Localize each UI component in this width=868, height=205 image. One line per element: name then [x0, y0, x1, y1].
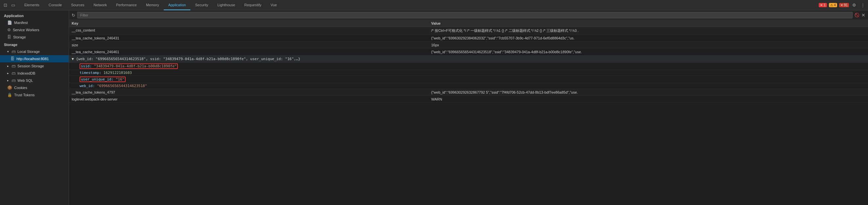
expanded-detail-cell: user_unique_id: "16" — [69, 76, 868, 83]
tab-lighthouse[interactable]: Lighthouse — [213, 0, 240, 10]
local-storage-expand-icon: ▾ — [7, 50, 9, 53]
tab-memory[interactable]: Memory — [142, 0, 164, 10]
key-column-header: Key — [69, 20, 429, 27]
service-workers-label: Service Workers — [13, 28, 39, 32]
table-cell-value: {"web_id":"699665656544314623518","ssid"… — [429, 48, 868, 56]
expanded-summary-cell: ▼ {web_id: "699665656544314623518", ssid… — [69, 56, 868, 63]
table-cell-value: /* 按Ctrl+F可格式化 */ /* 一级标题样式 */ h1 {} /* … — [429, 27, 868, 35]
sidebar-item-service-workers[interactable]: ⚙ Service Workers — [0, 26, 69, 34]
more-icon[interactable]: ⋮ — [860, 2, 866, 8]
sidebar-item-storage-top[interactable]: 🗄 Storage — [0, 34, 69, 41]
warning-badge: ⚠ 4 — [829, 3, 837, 7]
sidebar-item-localhost[interactable]: 🗄 http://localhost:8081 — [0, 55, 69, 62]
top-bar: ⊡ ▭ Elements Console Sources Network Per… — [0, 0, 868, 10]
sidebar-item-manifest[interactable]: 📄 Manifest — [0, 19, 69, 26]
table-header-row: Key Value — [69, 20, 868, 27]
top-right-badges: ✕ 1 ⚠ 4 ✕ 91 ⚙ ⋮ — [819, 2, 866, 8]
local-storage-label: Local Storage — [18, 49, 40, 54]
session-storage-label: Session Storage — [18, 64, 44, 68]
sidebar-item-websql[interactable]: ▸ 🗃 Web SQL — [0, 77, 69, 84]
expanded-detail-row: ssid: "34839479-041a-4d8f-b21a-b00d8c189… — [69, 63, 868, 70]
table-row[interactable]: size16px — [69, 42, 868, 48]
sidebar-item-local-storage[interactable]: ▾ 🗃 Local Storage — [0, 48, 69, 55]
table-cell-value: {"web_id":"699630292632867792 5","ssid":… — [429, 89, 868, 96]
tab-network[interactable]: Network — [89, 0, 112, 10]
localhost-label: http://localhost:8081 — [17, 57, 49, 61]
expanded-detail-row: user_unique_id: "16" — [69, 76, 868, 83]
sidebar-item-session-storage[interactable]: ▸ 🗃 Session Storage — [0, 62, 69, 70]
websql-expand-icon: ▸ — [7, 79, 9, 82]
table-row[interactable]: loglevel:webpack-dev-serverWARN — [69, 96, 868, 103]
tab-bar: Elements Console Sources Network Perform… — [20, 0, 819, 10]
manifest-icon: 📄 — [7, 21, 12, 25]
storage-section-title: Storage — [0, 41, 69, 48]
trust-tokens-icon: 🔒 — [7, 93, 12, 97]
expanded-detail-row: timestamp: 1629122101603 — [69, 70, 868, 76]
table-cell-key: __tea_cache_tokens_246461 — [69, 48, 429, 56]
expanded-detail-cell: timestamp: 1629122101603 — [69, 70, 868, 76]
table-cell-key: __tea_cache_tokens_4797 — [69, 89, 429, 96]
tab-console[interactable]: Console — [44, 0, 66, 10]
app-section-title: Application — [0, 12, 69, 19]
expanded-detail-row: web_id: "699665656544314623518" — [69, 83, 868, 89]
sidebar-item-cookies[interactable]: 🍪 Cookies — [0, 84, 69, 91]
tab-vue[interactable]: Vue — [266, 0, 281, 10]
close-filter-button[interactable]: ✕ — [861, 12, 865, 18]
local-storage-icon: 🗃 — [11, 49, 16, 54]
expanded-detail-cell: ssid: "34839479-041a-4d8f-b21a-b00d8c189… — [69, 63, 868, 70]
websql-label: Web SQL — [18, 78, 33, 82]
session-storage-icon: 🗃 — [11, 64, 16, 68]
table-cell-key: loglevel:webpack-dev-server — [69, 96, 429, 103]
indexeddb-label: IndexedDB — [18, 71, 35, 75]
table-cell-key: __tea_cache_tokens_246431 — [69, 35, 429, 42]
table-row[interactable]: __tea_cache_tokens_246461{"web_id":"6996… — [69, 48, 868, 56]
cookies-label: Cookies — [14, 86, 27, 90]
data-table: Key Value __css_content/* 按Ctrl+F可格式化 */… — [69, 20, 868, 103]
clear-filter-button[interactable]: 🚫 — [855, 13, 860, 18]
table-row[interactable]: __tea_cache_tokens_246431{"web_id":"6996… — [69, 35, 868, 42]
indexeddb-icon: 🗃 — [11, 71, 16, 75]
indexeddb-expand-icon: ▸ — [7, 72, 9, 75]
table-cell-key: size — [69, 42, 429, 48]
session-storage-expand-icon: ▸ — [7, 64, 9, 68]
toolbar-icons: ⊡ ▭ — [2, 2, 17, 8]
tab-application[interactable]: Application — [164, 0, 191, 10]
filter-input[interactable] — [77, 12, 852, 19]
table-cell-value: 16px — [429, 42, 868, 48]
settings-icon[interactable]: ⚙ — [851, 2, 858, 8]
filter-bar: ↻ 🚫 ✕ — [69, 10, 868, 20]
main-layout: Application 📄 Manifest ⚙ Service Workers… — [0, 10, 868, 205]
tab-sources[interactable]: Sources — [66, 0, 89, 10]
refresh-button[interactable]: ↻ — [72, 13, 75, 18]
table-cell-value: {"web_id":"699630292384062032","ssid":"7… — [429, 35, 868, 42]
issue-badge: ✕ 91 — [839, 3, 849, 7]
tab-performance[interactable]: Performance — [112, 0, 142, 10]
tab-elements[interactable]: Elements — [20, 0, 44, 10]
sidebar: Application 📄 Manifest ⚙ Service Workers… — [0, 10, 69, 205]
table-row[interactable]: __tea_cache_tokens_4797{"web_id":"699630… — [69, 89, 868, 96]
storage-top-label: Storage — [13, 35, 26, 39]
tab-requestify[interactable]: Requestify — [240, 0, 266, 10]
websql-icon: 🗃 — [11, 78, 16, 83]
value-column-header: Value — [429, 20, 868, 27]
localhost-icon: 🗄 — [10, 57, 14, 61]
cookies-icon: 🍪 — [7, 86, 12, 90]
table-cell-value: WARN — [429, 96, 868, 103]
sidebar-item-indexeddb[interactable]: ▸ 🗃 IndexedDB — [0, 70, 69, 77]
trust-tokens-label: Trust Tokens — [14, 93, 34, 97]
storage-top-icon: 🗄 — [7, 35, 11, 39]
device-icon[interactable]: ▭ — [10, 2, 17, 8]
expanded-summary-row[interactable]: ▼ {web_id: "699665656544314623518", ssid… — [69, 56, 868, 63]
tab-security[interactable]: Security — [190, 0, 213, 10]
error-badge: ✕ 1 — [819, 3, 827, 7]
sidebar-item-trust-tokens[interactable]: 🔒 Trust Tokens — [0, 91, 69, 99]
service-workers-icon: ⚙ — [7, 28, 11, 32]
expanded-detail-cell: web_id: "699665656544314623518" — [69, 83, 868, 89]
table-row[interactable]: __css_content/* 按Ctrl+F可格式化 */ /* 一级标题样式… — [69, 27, 868, 35]
table-cell-key: __css_content — [69, 27, 429, 35]
data-table-container: Key Value __css_content/* 按Ctrl+F可格式化 */… — [69, 20, 868, 205]
pointer-icon[interactable]: ⊡ — [2, 2, 8, 8]
manifest-label: Manifest — [14, 21, 28, 25]
content-panel: ↻ 🚫 ✕ Key Value __css_content/* 按Ctrl+F可… — [69, 10, 868, 205]
